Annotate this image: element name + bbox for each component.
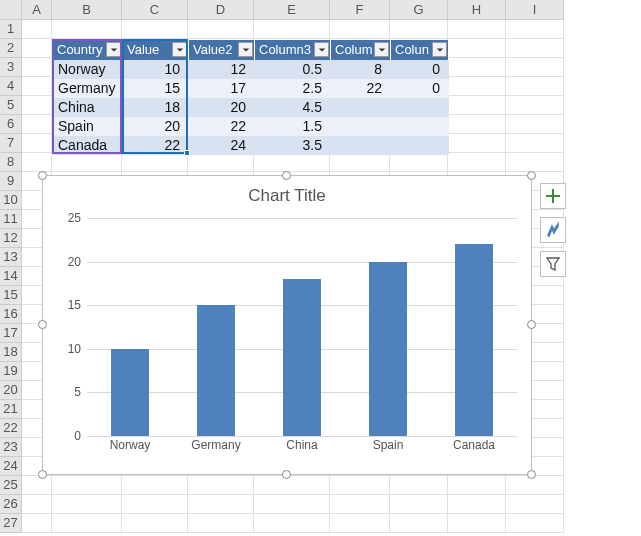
resize-handle[interactable] xyxy=(38,320,47,329)
filter-button[interactable] xyxy=(432,42,447,57)
table-cell[interactable]: 0.5 xyxy=(255,60,331,79)
table-row[interactable]: China18204.5 xyxy=(53,98,449,117)
table-cell[interactable]: 22 xyxy=(331,79,391,98)
table-row[interactable]: Canada22243.5 xyxy=(53,136,449,155)
embedded-chart[interactable]: Chart Title 0510152025 NorwayGermanyChin… xyxy=(42,175,532,475)
row-header[interactable]: 6 xyxy=(0,115,22,134)
table-cell[interactable]: 10 xyxy=(123,60,189,79)
row-header[interactable]: 11 xyxy=(0,210,22,229)
row-header[interactable]: 4 xyxy=(0,77,22,96)
table-cell[interactable]: 15 xyxy=(123,79,189,98)
filter-button[interactable] xyxy=(374,42,389,57)
table-header-country[interactable]: Country xyxy=(53,40,123,60)
row-header[interactable]: 14 xyxy=(0,267,22,286)
table-cell[interactable]: China xyxy=(53,98,123,117)
row-header[interactable]: 24 xyxy=(0,457,22,476)
bar[interactable] xyxy=(197,305,235,436)
row-header[interactable]: 5 xyxy=(0,96,22,115)
table-cell[interactable] xyxy=(331,136,391,155)
table-cell[interactable]: 17 xyxy=(189,79,255,98)
bar[interactable] xyxy=(369,262,407,436)
row-header[interactable]: 17 xyxy=(0,324,22,343)
resize-handle[interactable] xyxy=(282,470,291,479)
table-cell[interactable]: 2.5 xyxy=(255,79,331,98)
table-cell[interactable]: 24 xyxy=(189,136,255,155)
col-header-D[interactable]: D xyxy=(188,0,254,20)
row-header[interactable]: 16 xyxy=(0,305,22,324)
row-header[interactable]: 8 xyxy=(0,153,22,172)
table-cell[interactable]: 20 xyxy=(123,117,189,136)
table-cell[interactable] xyxy=(391,98,449,117)
resize-handle[interactable] xyxy=(38,470,47,479)
resize-handle[interactable] xyxy=(282,171,291,180)
chart-title[interactable]: Chart Title xyxy=(43,176,531,210)
row-header[interactable]: 1 xyxy=(0,20,22,39)
resize-handle[interactable] xyxy=(527,171,536,180)
table-header-value2[interactable]: Value2 xyxy=(189,40,255,60)
row-header[interactable]: 21 xyxy=(0,400,22,419)
table-cell[interactable]: 22 xyxy=(123,136,189,155)
table-cell[interactable]: Canada xyxy=(53,136,123,155)
filter-button[interactable] xyxy=(314,42,329,57)
table-cell[interactable]: 0 xyxy=(391,79,449,98)
table-cell[interactable]: Norway xyxy=(53,60,123,79)
table-cell[interactable]: 12 xyxy=(189,60,255,79)
row-header[interactable]: 18 xyxy=(0,343,22,362)
bar[interactable] xyxy=(111,349,149,436)
col-header-A[interactable]: A xyxy=(22,0,52,20)
table-header-column5[interactable]: Colun xyxy=(391,40,449,60)
chart-filters-button[interactable] xyxy=(540,251,566,277)
col-header-B[interactable]: B xyxy=(52,0,122,20)
col-header-G[interactable]: G xyxy=(390,0,448,20)
table-cell[interactable]: 1.5 xyxy=(255,117,331,136)
row-header[interactable]: 20 xyxy=(0,381,22,400)
resize-handle[interactable] xyxy=(38,171,47,180)
table-cell[interactable] xyxy=(331,117,391,136)
col-header-F[interactable]: F xyxy=(330,0,390,20)
resize-handle[interactable] xyxy=(527,470,536,479)
col-header-C[interactable]: C xyxy=(122,0,188,20)
bar[interactable] xyxy=(455,244,493,436)
row-header[interactable]: 19 xyxy=(0,362,22,381)
table-cell[interactable]: 3.5 xyxy=(255,136,331,155)
chart-elements-button[interactable] xyxy=(540,183,566,209)
resize-handle[interactable] xyxy=(527,320,536,329)
table-header-column3[interactable]: Column3 xyxy=(255,40,331,60)
row-header[interactable]: 15 xyxy=(0,286,22,305)
bar[interactable] xyxy=(283,279,321,436)
col-header-I[interactable]: I xyxy=(506,0,564,20)
table-cell[interactable] xyxy=(331,98,391,117)
row-header[interactable]: 25 xyxy=(0,476,22,495)
table-cell[interactable]: 0 xyxy=(391,60,449,79)
row-header[interactable]: 3 xyxy=(0,58,22,77)
row-header[interactable]: 10 xyxy=(0,191,22,210)
table-row[interactable]: Germany15172.5220 xyxy=(53,79,449,98)
table-cell[interactable] xyxy=(391,136,449,155)
table-cell[interactable] xyxy=(391,117,449,136)
table-header-value[interactable]: Value xyxy=(123,40,189,60)
table-cell[interactable]: 4.5 xyxy=(255,98,331,117)
filter-button[interactable] xyxy=(238,42,253,57)
table-header-column4[interactable]: Colum xyxy=(331,40,391,60)
filter-button[interactable] xyxy=(172,42,187,57)
table-row[interactable]: Spain20221.5 xyxy=(53,117,449,136)
filter-button[interactable] xyxy=(106,42,121,57)
row-header[interactable]: 9 xyxy=(0,172,22,191)
col-header-E[interactable]: E xyxy=(254,0,330,20)
select-all-corner[interactable] xyxy=(0,0,22,20)
table-cell[interactable]: 8 xyxy=(331,60,391,79)
row-header[interactable]: 22 xyxy=(0,419,22,438)
table-cell[interactable]: Spain xyxy=(53,117,123,136)
table-cell[interactable]: 18 xyxy=(123,98,189,117)
row-header[interactable]: 7 xyxy=(0,134,22,153)
table-cell[interactable]: Germany xyxy=(53,79,123,98)
row-header[interactable]: 23 xyxy=(0,438,22,457)
row-header[interactable]: 12 xyxy=(0,229,22,248)
chart-styles-button[interactable] xyxy=(540,217,566,243)
row-header[interactable]: 2 xyxy=(0,39,22,58)
fill-handle[interactable] xyxy=(184,150,190,156)
row-header[interactable]: 13 xyxy=(0,248,22,267)
table-cell[interactable]: 22 xyxy=(189,117,255,136)
table-row[interactable]: Norway10120.580 xyxy=(53,60,449,79)
table-cell[interactable]: 20 xyxy=(189,98,255,117)
